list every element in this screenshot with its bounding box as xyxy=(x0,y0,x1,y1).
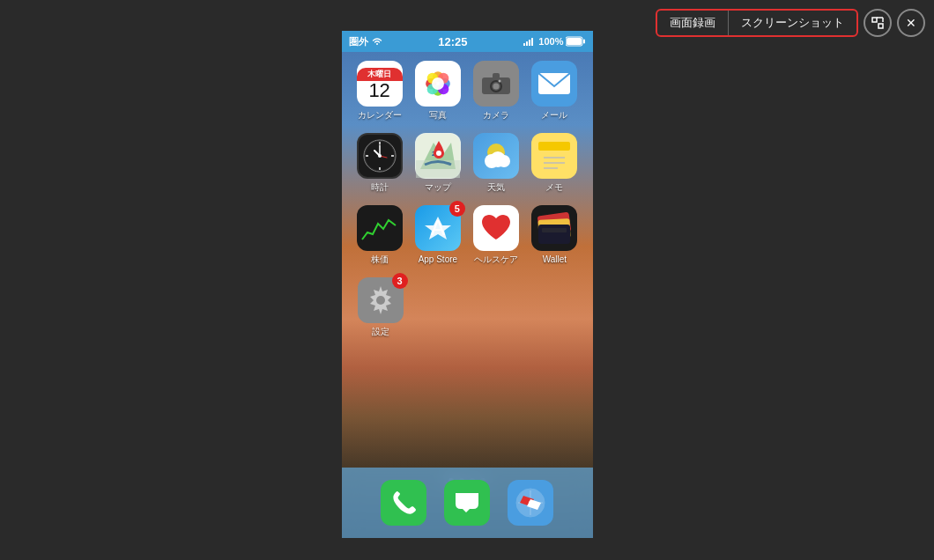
app-icon-weather xyxy=(473,133,519,179)
app-icon-photos xyxy=(415,61,461,107)
close-icon: ✕ xyxy=(906,16,916,30)
app-icon-calendar: 木曜日 12 xyxy=(357,61,403,107)
appstore-badge: 5 xyxy=(449,201,465,217)
record-button[interactable]: 画面録画 xyxy=(657,11,728,35)
app-label-appstore: App Store xyxy=(419,254,457,265)
appstore-svg-icon: A xyxy=(423,213,453,243)
app-item-clock[interactable]: 時計 xyxy=(354,133,405,193)
app-icon-mail xyxy=(531,61,577,107)
expand-button[interactable] xyxy=(864,9,892,37)
app-icon-notes xyxy=(531,133,577,179)
svg-point-63 xyxy=(529,501,532,505)
app-label-photos: 写真 xyxy=(429,110,447,121)
calendar-day-number: 12 xyxy=(368,81,389,100)
svg-rect-55 xyxy=(542,228,567,232)
app-label-camera: カメラ xyxy=(483,110,509,121)
app-label-mail: メール xyxy=(541,110,567,121)
dock xyxy=(342,468,593,538)
app-item-weather[interactable]: 天気 xyxy=(471,133,522,193)
status-left: 圏外 xyxy=(349,35,382,48)
svg-rect-54 xyxy=(538,225,570,244)
svg-rect-45 xyxy=(487,161,507,166)
svg-text:A: A xyxy=(431,216,445,239)
svg-rect-21 xyxy=(493,73,500,79)
app-icon-wallet xyxy=(531,205,577,251)
wifi-icon xyxy=(372,37,382,46)
app-item-settings[interactable]: 3 設定 xyxy=(354,277,407,337)
svg-rect-47 xyxy=(538,142,570,151)
safari-icon xyxy=(515,487,546,519)
svg-rect-5 xyxy=(526,41,528,46)
app-item-stocks[interactable]: 株価 xyxy=(354,205,405,265)
carrier-label: 圏外 xyxy=(349,35,368,48)
svg-point-24 xyxy=(493,84,500,90)
wallet-svg-icon xyxy=(535,209,574,247)
dock-app-safari[interactable] xyxy=(508,480,553,526)
app-icon-settings: 3 xyxy=(358,277,404,323)
photos-flower-icon xyxy=(420,66,456,101)
svg-rect-9 xyxy=(583,40,585,44)
close-button[interactable]: ✕ xyxy=(897,9,925,37)
app-label-clock: 時計 xyxy=(371,182,389,193)
app-item-maps[interactable]: 280 マップ xyxy=(412,133,463,193)
svg-rect-7 xyxy=(531,38,533,46)
signal-icon xyxy=(523,37,536,46)
status-right: 100% xyxy=(523,36,585,47)
screenshot-button[interactable]: スクリーンショット xyxy=(728,11,856,35)
status-time: 12:25 xyxy=(438,35,467,48)
battery-percent: 100% xyxy=(538,36,563,47)
app-item-photos[interactable]: 写真 xyxy=(412,61,463,121)
app-label-calendar: カレンダー xyxy=(358,110,402,121)
app-label-stocks: 株価 xyxy=(371,254,389,265)
app-item-wallet[interactable]: Wallet xyxy=(529,205,580,265)
app-icon-clock xyxy=(357,133,403,179)
app-label-weather: 天気 xyxy=(487,182,505,193)
svg-rect-6 xyxy=(529,40,530,46)
svg-point-36 xyxy=(378,154,382,158)
app-label-maps: マップ xyxy=(425,182,451,193)
svg-rect-4 xyxy=(523,43,525,46)
svg-rect-10 xyxy=(567,38,582,45)
svg-point-25 xyxy=(499,80,501,83)
maps-svg-icon: 280 xyxy=(416,134,460,178)
app-icon-maps: 280 xyxy=(415,133,461,179)
app-icon-health xyxy=(473,205,519,251)
phone-icon xyxy=(390,490,417,516)
app-item-appstore[interactable]: 5 A App Store xyxy=(412,205,463,265)
app-item-health[interactable]: ヘルスケア xyxy=(471,205,522,265)
settings-svg-icon xyxy=(365,284,397,316)
svg-rect-1 xyxy=(878,24,883,28)
messages-icon xyxy=(454,491,480,514)
app-item-calendar[interactable]: 木曜日 12 カレンダー xyxy=(354,61,405,121)
status-bar: 圏外 12:25 100% xyxy=(342,31,593,52)
notes-svg-icon xyxy=(537,136,572,175)
svg-point-57 xyxy=(376,296,385,305)
app-label-health: ヘルスケア xyxy=(474,254,518,265)
app-icon-camera xyxy=(473,61,519,107)
app-icon-appstore: 5 A xyxy=(415,205,461,251)
app-grid-row4: 3 設定 xyxy=(342,265,593,337)
app-item-camera[interactable]: カメラ xyxy=(471,61,522,121)
dock-app-messages[interactable] xyxy=(444,480,490,526)
app-grid: 木曜日 12 カレンダー xyxy=(342,52,593,265)
stocks-svg-icon xyxy=(360,215,399,241)
settings-badge: 3 xyxy=(392,273,408,289)
toolbar-button-group: 画面録画 スクリーンショット xyxy=(656,9,858,37)
app-label-wallet: Wallet xyxy=(543,254,567,265)
svg-point-40 xyxy=(436,151,441,156)
app-label-notes: メモ xyxy=(545,182,563,193)
app-label-settings: 設定 xyxy=(372,327,389,337)
weather-svg-icon xyxy=(478,140,514,172)
battery-icon xyxy=(566,36,585,47)
app-item-notes[interactable]: メモ xyxy=(529,133,580,193)
camera-svg-icon xyxy=(480,71,512,96)
svg-point-19 xyxy=(432,77,444,90)
toolbar: 画面録画 スクリーンショット ✕ xyxy=(656,9,925,37)
dock-app-phone[interactable] xyxy=(381,480,426,526)
iphone-screen: 圏外 12:25 100% xyxy=(342,31,593,538)
mail-svg-icon xyxy=(537,72,571,95)
app-item-mail[interactable]: メール xyxy=(529,61,580,121)
app-icon-stocks xyxy=(357,205,403,251)
home-screen: 木曜日 12 カレンダー xyxy=(342,52,593,538)
svg-rect-0 xyxy=(872,18,877,22)
